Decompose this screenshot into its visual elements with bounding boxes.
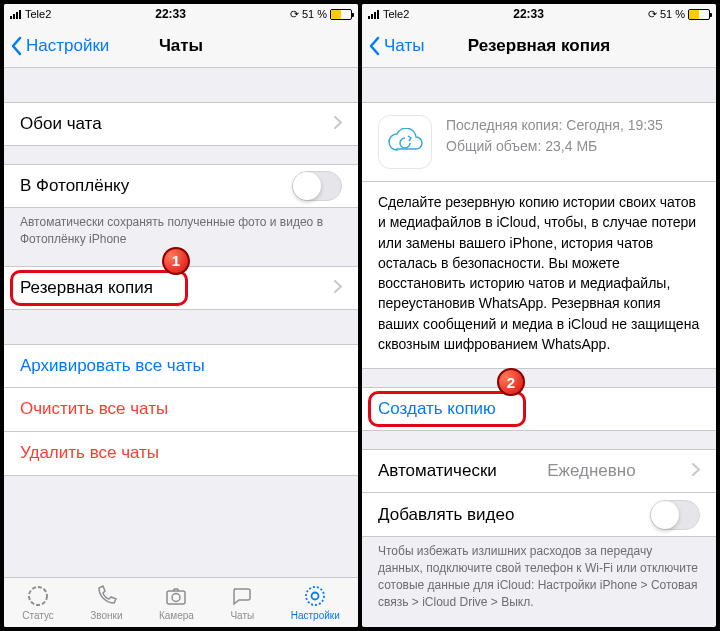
- carrier-label: Tele2: [25, 8, 51, 20]
- archive-cell[interactable]: Архивировать все чаты: [4, 344, 358, 388]
- svg-point-2: [172, 594, 180, 602]
- tab-settings[interactable]: Настройки: [291, 584, 340, 621]
- battery-icon: [688, 9, 710, 20]
- backup-description: Сделайте резервную копию истории своих ч…: [362, 182, 716, 369]
- status-bar: Tele2 22:33 ⟳ 51 %: [362, 4, 716, 24]
- delete-cell[interactable]: Удалить все чаты: [4, 432, 358, 476]
- backup-label: Резервная копия: [20, 278, 153, 298]
- back-label: Настройки: [26, 36, 109, 56]
- delete-label: Удалить все чаты: [20, 443, 159, 463]
- back-button[interactable]: Настройки: [10, 36, 109, 56]
- wallpaper-cell[interactable]: Обои чата: [4, 102, 358, 146]
- step-badge-2: 2: [497, 368, 525, 396]
- status-icon: [26, 584, 50, 608]
- page-title: Резервная копия: [468, 36, 611, 56]
- content-area: Последняя копия: Сегодня, 19:35 Общий об…: [362, 68, 716, 627]
- clear-label: Очистить все чаты: [20, 399, 168, 419]
- tab-settings-label: Настройки: [291, 610, 340, 621]
- size-label: Общий объем:: [446, 138, 541, 154]
- battery-percent: 51 %: [302, 8, 327, 20]
- camera-roll-switch[interactable]: [292, 171, 342, 201]
- carrier-label: Tele2: [383, 8, 409, 20]
- include-video-switch[interactable]: [650, 500, 700, 530]
- archive-label: Архивировать все чаты: [20, 356, 205, 376]
- chevron-left-icon: [10, 36, 22, 56]
- tab-bar: Статус Звонки Камера Чаты Настройки: [4, 577, 358, 627]
- gear-icon: [303, 584, 327, 608]
- loading-icon: ⟳: [290, 8, 299, 21]
- battery-icon: [330, 9, 352, 20]
- content-area: Обои чата В Фотоплёнку Автоматически сох…: [4, 68, 358, 577]
- size-value: 23,4 МБ: [545, 138, 597, 154]
- page-title: Чаты: [159, 36, 203, 56]
- phone-right: Tele2 22:33 ⟳ 51 % Чаты Резервная копия …: [362, 4, 716, 627]
- clock: 22:33: [155, 7, 186, 21]
- create-backup-cell[interactable]: Создать копию 2: [362, 387, 716, 431]
- include-video-label: Добавлять видео: [378, 505, 514, 525]
- svg-point-4: [306, 587, 324, 605]
- last-backup-value: Сегодня, 19:35: [566, 117, 662, 133]
- camera-roll-cell[interactable]: В Фотоплёнку: [4, 164, 358, 208]
- back-label: Чаты: [384, 36, 424, 56]
- tab-chats-label: Чаты: [230, 610, 254, 621]
- tab-calls[interactable]: Звонки: [90, 584, 122, 621]
- phone-left: Tele2 22:33 ⟳ 51 % Настройки Чаты Обои ч…: [4, 4, 358, 627]
- svg-point-3: [312, 593, 319, 600]
- backup-info: Последняя копия: Сегодня, 19:35 Общий об…: [446, 115, 663, 169]
- step-badge-1: 1: [162, 247, 190, 275]
- tab-status-label: Статус: [22, 610, 54, 621]
- phone-icon: [94, 584, 118, 608]
- tab-status[interactable]: Статус: [22, 584, 54, 621]
- wallpaper-label: Обои чата: [20, 114, 102, 134]
- tab-camera-label: Камера: [159, 610, 194, 621]
- cellular-note: Чтобы избежать излишних расходов за пере…: [362, 537, 716, 610]
- chevron-right-icon: [692, 461, 700, 481]
- chats-icon: [230, 584, 254, 608]
- clear-cell[interactable]: Очистить все чаты: [4, 388, 358, 432]
- backup-cell[interactable]: Резервная копия 1: [4, 266, 358, 310]
- chevron-left-icon: [368, 36, 380, 56]
- battery-percent: 51 %: [660, 8, 685, 20]
- status-bar: Tele2 22:33 ⟳ 51 %: [4, 4, 358, 24]
- back-button[interactable]: Чаты: [368, 36, 424, 56]
- auto-backup-cell[interactable]: Автоматически Ежедневно: [362, 449, 716, 493]
- svg-point-0: [29, 587, 47, 605]
- tab-calls-label: Звонки: [90, 610, 122, 621]
- signal-icon: [368, 10, 379, 19]
- include-video-cell[interactable]: Добавлять видео: [362, 493, 716, 537]
- tab-camera[interactable]: Камера: [159, 584, 194, 621]
- chevron-right-icon: [334, 114, 342, 134]
- clock: 22:33: [513, 7, 544, 21]
- camera-icon: [164, 584, 188, 608]
- camera-roll-note: Автоматически сохранять полученные фото …: [4, 208, 358, 248]
- nav-bar: Настройки Чаты: [4, 24, 358, 68]
- auto-label: Автоматически: [378, 461, 497, 481]
- cloud-backup-icon: [378, 115, 432, 169]
- loading-icon: ⟳: [648, 8, 657, 21]
- backup-header: Последняя копия: Сегодня, 19:35 Общий об…: [362, 102, 716, 182]
- camera-roll-label: В Фотоплёнку: [20, 176, 129, 196]
- create-backup-label: Создать копию: [378, 399, 496, 419]
- last-backup-label: Последняя копия:: [446, 117, 562, 133]
- tab-chats[interactable]: Чаты: [230, 584, 254, 621]
- nav-bar: Чаты Резервная копия: [362, 24, 716, 68]
- auto-value: Ежедневно: [547, 461, 641, 481]
- chevron-right-icon: [334, 278, 342, 298]
- signal-icon: [10, 10, 21, 19]
